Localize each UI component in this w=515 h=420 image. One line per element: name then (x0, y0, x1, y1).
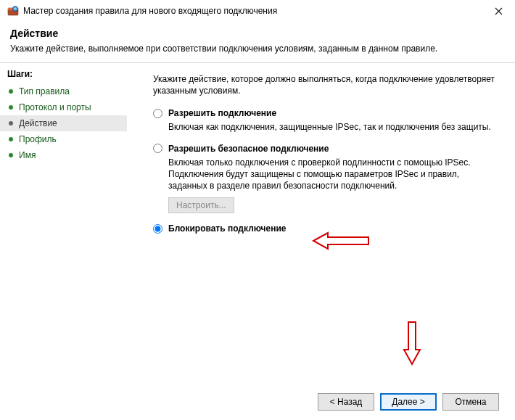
radio-block[interactable] (153, 224, 162, 234)
sidebar-item-protocol-ports[interactable]: Протокол и порты (0, 99, 127, 115)
radio-allow[interactable] (153, 109, 162, 118)
sidebar-item-label: Протокол и порты (19, 102, 91, 112)
page-subtitle: Укажите действие, выполняемое при соотве… (10, 44, 505, 54)
window-title: Мастер создания правила для нового входя… (23, 6, 487, 16)
close-button[interactable] (487, 0, 509, 22)
bullet-icon (9, 105, 13, 110)
svg-rect-2 (9, 9, 12, 11)
option-label: Разрешить безопасное подключение (168, 144, 329, 154)
sidebar-item-profile[interactable]: Профиль (0, 131, 127, 147)
option-allow: Разрешить подключение Включая как подклю… (153, 108, 500, 133)
sidebar-item-rule-type[interactable]: Тип правила (0, 83, 127, 99)
sidebar-item-label: Профиль (19, 134, 57, 144)
radio-allow-row[interactable]: Разрешить подключение (153, 108, 500, 118)
option-desc: Включая как подключения, защищенные IPSe… (168, 121, 500, 133)
steps-sidebar: Шаги: Тип правила Протокол и порты Дейст… (0, 63, 127, 383)
instruction-text: Укажите действие, которое должно выполня… (153, 73, 500, 96)
sidebar-item-label: Имя (19, 150, 36, 160)
titlebar: Мастер создания правила для нового входя… (0, 0, 515, 22)
option-allow-secure: Разрешить безопасное подключение Включая… (153, 144, 500, 214)
sidebar-item-label: Тип правила (19, 86, 70, 96)
bullet-icon (9, 121, 13, 125)
option-label: Разрешить подключение (168, 108, 276, 118)
sidebar-item-name[interactable]: Имя (0, 147, 127, 163)
sidebar-item-label: Действие (19, 118, 57, 128)
sidebar-title: Шаги: (0, 69, 127, 83)
main-panel: Укажите действие, которое должно выполня… (127, 63, 515, 383)
radio-block-row[interactable]: Блокировать подключение (153, 223, 500, 234)
firewall-wizard-icon (7, 5, 19, 17)
radio-allow-secure-row[interactable]: Разрешить безопасное подключение (153, 144, 500, 154)
next-button[interactable]: Далее > (380, 393, 437, 411)
option-desc: Включая только подключения с проверкой п… (168, 157, 500, 192)
cancel-button[interactable]: Отмена (442, 393, 499, 411)
option-block: Блокировать подключение (153, 223, 500, 234)
bullet-icon (9, 137, 13, 141)
bullet-icon (9, 89, 13, 94)
option-label: Блокировать подключение (168, 223, 287, 234)
wizard-header: Действие Укажите действие, выполняемое п… (0, 22, 515, 62)
back-button[interactable]: < Назад (318, 393, 374, 411)
radio-allow-secure[interactable] (153, 144, 162, 153)
configure-button: Настроить... (168, 197, 234, 213)
wizard-footer: < Назад Далее > Отмена (0, 383, 515, 420)
page-title: Действие (10, 28, 505, 39)
bullet-icon (9, 153, 13, 157)
sidebar-item-action[interactable]: Действие (0, 115, 127, 131)
